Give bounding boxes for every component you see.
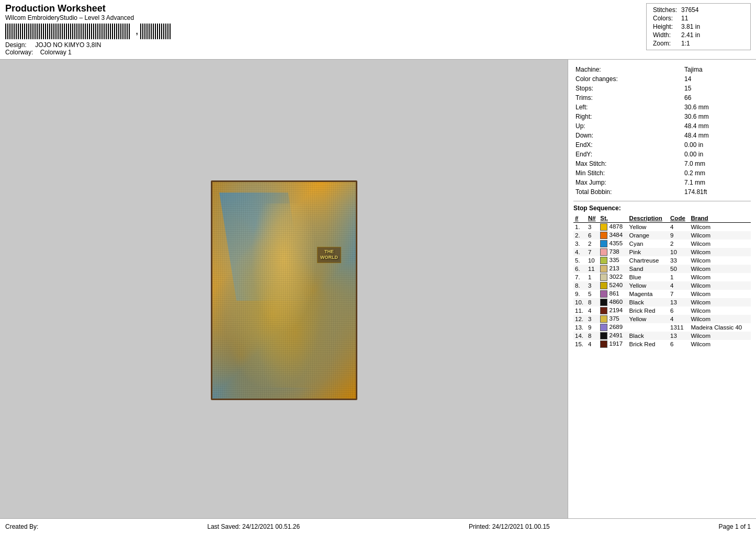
- max-jump-value: 7.1 mm: [680, 178, 751, 187]
- row-description: Pink: [628, 248, 669, 256]
- color-swatch: [600, 257, 607, 264]
- sequence-row: 6.11 213Sand50Wilcom: [573, 265, 751, 273]
- stitches-label: Stitches:: [651, 6, 679, 14]
- design-text-line2: WORLD: [320, 255, 338, 261]
- row-num: 3.: [573, 240, 586, 248]
- row-code: 6: [669, 340, 689, 348]
- row-description: Brick Red: [628, 340, 669, 348]
- row-num: 2.: [573, 231, 586, 240]
- row-code: 10: [669, 248, 689, 256]
- row-description: Magenta: [628, 290, 669, 298]
- created-by: Created By:: [5, 523, 38, 530]
- up-value: 48.4 mm: [680, 121, 751, 131]
- sequence-row: 4.7 738Pink10Wilcom: [573, 248, 751, 256]
- row-description: Brick Red: [628, 306, 669, 315]
- right-label: Right:: [573, 112, 680, 121]
- row-num: 7.: [573, 273, 586, 281]
- row-description: Yellow: [628, 281, 669, 290]
- last-saved: Last Saved: 24/12/2021 00.51.26: [207, 523, 300, 530]
- color-changes-value: 14: [680, 74, 751, 84]
- row-brand: Wilcom: [689, 332, 751, 340]
- row-brand: Wilcom: [689, 256, 751, 265]
- sequence-row: 13.9 26891311Madeira Classic 40: [573, 323, 751, 332]
- sequence-row: 7.1 3022Blue1Wilcom: [573, 273, 751, 281]
- sequence-row: 9.5 861Magenta7Wilcom: [573, 290, 751, 298]
- row-description: Chartreuse: [628, 256, 669, 265]
- row-num: 1.: [573, 223, 586, 232]
- sequence-row: 8.3 5240Yellow4Wilcom: [573, 281, 751, 290]
- row-st-swatch: 3484: [599, 231, 627, 240]
- row-st-swatch: 213: [599, 265, 627, 273]
- min-stitch-value: 0.2 mm: [680, 168, 751, 178]
- sequence-row: 1.3 4878Yellow4Wilcom: [573, 223, 751, 232]
- col-description: Description: [628, 214, 669, 223]
- color-swatch: [600, 324, 607, 331]
- row-n: 3: [586, 315, 599, 323]
- row-brand: Wilcom: [689, 306, 751, 315]
- printed: Printed: 24/12/2021 01.00.15: [469, 523, 550, 530]
- row-code: 50: [669, 265, 689, 273]
- row-code: 33: [669, 256, 689, 265]
- specs-panel: Machine: Tajima Color changes: 14 Stops:…: [568, 60, 756, 520]
- col-num: #: [573, 214, 586, 223]
- row-description: Sand: [628, 265, 669, 273]
- barcode-image2: [140, 24, 172, 39]
- zoom-label: Zoom:: [651, 39, 679, 48]
- row-st-swatch: 1917: [599, 340, 627, 348]
- stop-sequence-title: Stop Sequence:: [573, 204, 751, 212]
- endx-value: 0.00 in: [680, 140, 751, 150]
- row-code: 4: [669, 223, 689, 232]
- app-subtitle: Wilcom EmbroideryStudio – Level 3 Advanc…: [5, 14, 646, 21]
- row-st-swatch: 4355: [599, 240, 627, 248]
- row-num: 8.: [573, 281, 586, 290]
- row-brand: Wilcom: [689, 265, 751, 273]
- color-swatch: [600, 265, 607, 272]
- row-n: 4: [586, 306, 599, 315]
- col-code: Code: [669, 214, 689, 223]
- col-n: N#: [586, 214, 599, 223]
- row-n: 4: [586, 340, 599, 348]
- row-n: 7: [586, 248, 599, 256]
- row-num: 13.: [573, 323, 586, 332]
- row-description: Cyan: [628, 240, 669, 248]
- row-num: 12.: [573, 315, 586, 323]
- sequence-row: 3.2 4355Cyan2Wilcom: [573, 240, 751, 248]
- barcode-area: ,: [5, 24, 646, 39]
- row-st-swatch: 3022: [599, 273, 627, 281]
- row-num: 4.: [573, 248, 586, 256]
- total-bobbin-value: 174.81ft: [680, 187, 751, 197]
- machine-info-table: Machine: Tajima Color changes: 14 Stops:…: [573, 65, 751, 197]
- up-label: Up:: [573, 121, 680, 131]
- design-panel: THE WORLD: [0, 60, 568, 520]
- colorway-info: Colorway: Colorway 1: [5, 49, 646, 56]
- colorway-label: Colorway:: [5, 49, 33, 56]
- sequence-row: 14.8 2491Black13Wilcom: [573, 332, 751, 340]
- stops-label: Stops:: [573, 84, 680, 93]
- row-code: 1: [669, 273, 689, 281]
- row-brand: Wilcom: [689, 290, 751, 298]
- row-num: 15.: [573, 340, 586, 348]
- design-info: Design: JOJO NO KIMYO 3,8IN: [5, 41, 646, 49]
- design-label: Design:: [5, 41, 27, 49]
- section-divider: [573, 201, 751, 201]
- row-brand: Wilcom: [689, 315, 751, 323]
- row-description: Yellow: [628, 223, 669, 232]
- total-bobbin-label: Total Bobbin:: [573, 187, 680, 197]
- row-num: 11.: [573, 306, 586, 315]
- max-jump-label: Max Jump:: [573, 178, 680, 187]
- machine-value: Tajima: [680, 65, 751, 74]
- row-brand: Wilcom: [689, 281, 751, 290]
- color-swatch: [600, 307, 607, 314]
- left-value: 30.6 mm: [680, 103, 751, 112]
- row-code: 4: [669, 281, 689, 290]
- row-brand: Wilcom: [689, 273, 751, 281]
- endy-value: 0.00 in: [680, 150, 751, 159]
- zoom-value: 1:1: [679, 39, 702, 48]
- row-n: 1: [586, 273, 599, 281]
- row-num: 6.: [573, 265, 586, 273]
- sequence-header-row: # N# St. Description Code Brand: [573, 214, 751, 223]
- row-brand: Wilcom: [689, 248, 751, 256]
- color-swatch: [600, 282, 607, 289]
- min-stitch-label: Min Stitch:: [573, 168, 680, 178]
- page-number: Page 1 of 1: [719, 523, 751, 530]
